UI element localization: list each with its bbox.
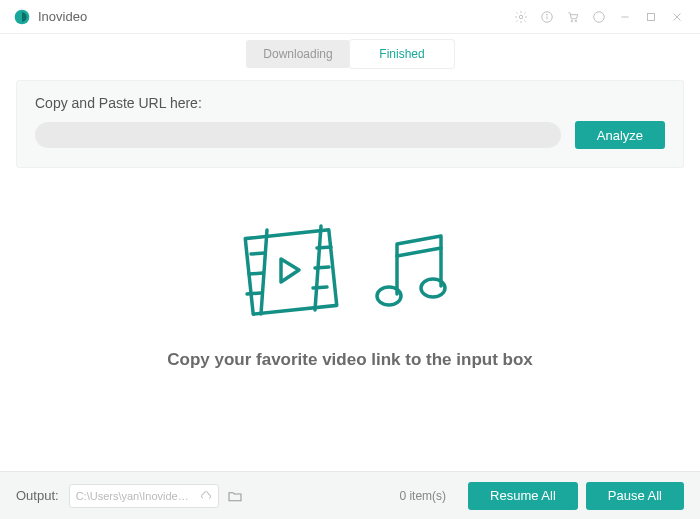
svg-line-19 xyxy=(315,267,329,268)
settings-icon[interactable] xyxy=(508,4,534,30)
minimize-icon[interactable] xyxy=(612,4,638,30)
svg-line-16 xyxy=(249,273,263,274)
item-count: 0 item(s) xyxy=(399,489,446,503)
analyze-button[interactable]: Analyze xyxy=(575,121,665,149)
open-folder-button[interactable] xyxy=(227,488,243,504)
svg-marker-21 xyxy=(281,259,299,282)
svg-point-5 xyxy=(571,20,573,22)
output-path-text: C:\Users\yan\Inovideo\D... xyxy=(76,490,194,502)
url-label: Copy and Paste URL here: xyxy=(35,95,665,111)
pause-all-button[interactable]: Pause All xyxy=(586,482,684,510)
music-note-icon xyxy=(363,224,459,320)
svg-rect-9 xyxy=(648,13,655,20)
svg-point-4 xyxy=(547,14,548,15)
cart-icon[interactable] xyxy=(560,4,586,30)
svg-line-15 xyxy=(251,253,265,254)
svg-line-17 xyxy=(247,293,261,294)
svg-point-7 xyxy=(594,11,605,22)
svg-line-18 xyxy=(317,247,331,248)
cloud-icon xyxy=(200,490,212,502)
maximize-icon[interactable] xyxy=(638,4,664,30)
empty-message: Copy your favorite video link to the inp… xyxy=(167,350,533,370)
titlebar: Inovideo xyxy=(0,0,700,34)
output-label: Output: xyxy=(16,488,59,503)
tab-downloading[interactable]: Downloading xyxy=(246,40,350,68)
svg-point-6 xyxy=(575,20,577,22)
tabs: Downloading Finished xyxy=(0,40,700,68)
help-icon[interactable] xyxy=(586,4,612,30)
svg-point-1 xyxy=(519,15,523,19)
footer: Output: C:\Users\yan\Inovideo\D... 0 ite… xyxy=(0,471,700,519)
url-input[interactable] xyxy=(35,122,561,148)
svg-point-23 xyxy=(421,279,445,297)
output-path-field[interactable]: C:\Users\yan\Inovideo\D... xyxy=(69,484,219,508)
tab-finished[interactable]: Finished xyxy=(350,40,454,68)
app-title: Inovideo xyxy=(38,9,87,24)
svg-point-22 xyxy=(377,287,401,305)
info-icon[interactable] xyxy=(534,4,560,30)
url-panel: Copy and Paste URL here: Analyze xyxy=(16,80,684,168)
film-icon xyxy=(241,224,341,320)
resume-all-button[interactable]: Resume All xyxy=(468,482,578,510)
empty-state: Copy your favorite video link to the inp… xyxy=(0,224,700,370)
svg-line-20 xyxy=(313,287,327,288)
svg-line-24 xyxy=(397,248,441,256)
app-logo-icon xyxy=(14,9,30,25)
close-icon[interactable] xyxy=(664,4,690,30)
